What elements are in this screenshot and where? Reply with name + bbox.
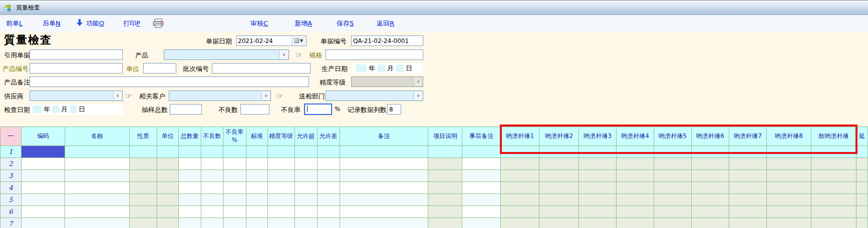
grid-cell[interactable] xyxy=(178,182,201,194)
grid-cell[interactable] xyxy=(856,170,867,182)
grid-cell[interactable] xyxy=(428,182,462,194)
grid-cell[interactable] xyxy=(129,194,157,206)
chevron-down-icon[interactable]: ∨ xyxy=(414,78,422,86)
grid-cell[interactable] xyxy=(21,206,65,218)
grid-cell[interactable] xyxy=(295,182,317,194)
grid-cell[interactable] xyxy=(157,170,178,182)
grid-cell[interactable] xyxy=(501,182,539,194)
prev-doc-button[interactable]: 前单L xyxy=(6,19,23,28)
grid-cell[interactable] xyxy=(579,170,617,182)
defect-rate-input[interactable] xyxy=(304,104,332,115)
grid-cell[interactable] xyxy=(201,182,223,194)
grid-cell[interactable] xyxy=(856,158,867,170)
row-number-cell[interactable]: 5 xyxy=(1,194,22,206)
product-note-input[interactable] xyxy=(30,76,309,87)
grid-cell[interactable] xyxy=(21,182,65,194)
grid-cell[interactable] xyxy=(579,158,617,170)
grid-cell[interactable] xyxy=(654,218,692,228)
grid-cell[interactable] xyxy=(246,170,267,182)
grid-cell[interactable] xyxy=(65,218,129,228)
grid-cell[interactable] xyxy=(223,158,246,170)
grid-cell[interactable] xyxy=(654,194,692,206)
unit-input[interactable] xyxy=(143,63,176,74)
grid-cell[interactable] xyxy=(692,194,729,206)
grid-cell[interactable] xyxy=(178,206,201,218)
product-no-input[interactable] xyxy=(30,63,123,74)
grid-cell[interactable] xyxy=(129,158,157,170)
grid-cell[interactable] xyxy=(157,206,178,218)
grid-cell[interactable] xyxy=(21,170,65,182)
chevron-down-icon[interactable]: ∨ xyxy=(279,50,288,59)
audit-button[interactable]: 审核C xyxy=(250,19,268,28)
grid-cell[interactable] xyxy=(654,158,692,170)
grid-cell[interactable] xyxy=(766,194,811,206)
grid-cell[interactable] xyxy=(617,158,654,170)
grid-cell[interactable] xyxy=(246,218,267,228)
grid-cell[interactable] xyxy=(856,218,867,228)
grid-cell[interactable] xyxy=(267,146,295,158)
calendar-dropdown-button[interactable]: ▼ xyxy=(292,36,306,45)
grid-cell[interactable] xyxy=(340,182,428,194)
row-number-cell[interactable]: 4 xyxy=(1,182,22,194)
grid-cell[interactable] xyxy=(539,194,579,206)
prod-year-input[interactable] xyxy=(356,64,367,72)
grid-cell[interactable] xyxy=(295,218,317,228)
grid-cell[interactable] xyxy=(129,218,157,228)
check-year-input[interactable] xyxy=(33,106,42,113)
grid-cell[interactable] xyxy=(856,194,867,206)
doc-date-field[interactable]: ▼ xyxy=(236,36,307,46)
grid-cell[interactable] xyxy=(579,218,617,228)
grid-cell[interactable] xyxy=(811,218,856,228)
grid-cell[interactable] xyxy=(317,158,340,170)
grid-cell[interactable] xyxy=(246,206,267,218)
grid-cell[interactable] xyxy=(201,194,223,206)
grid-cell[interactable] xyxy=(178,146,201,158)
grid-cell[interactable] xyxy=(811,182,856,194)
grid-cell[interactable] xyxy=(201,206,223,218)
grid-cell[interactable] xyxy=(246,194,267,206)
grid-cell[interactable] xyxy=(317,218,340,228)
grid-cell[interactable] xyxy=(428,194,462,206)
grid-cell[interactable] xyxy=(267,206,295,218)
product-combo[interactable]: ∨ xyxy=(164,50,289,60)
grid-cell[interactable] xyxy=(462,194,501,206)
grid-cell[interactable] xyxy=(21,158,65,170)
grid-cell[interactable] xyxy=(856,146,867,158)
dept-combo[interactable]: ∨ xyxy=(326,90,423,101)
product-picker-hand-icon[interactable]: ☞ xyxy=(296,50,302,60)
grid-cell[interactable] xyxy=(65,206,129,218)
grid-cell[interactable] xyxy=(201,170,223,182)
grid-cell[interactable] xyxy=(178,194,201,206)
grid-cell[interactable] xyxy=(129,170,157,182)
chevron-down-icon[interactable]: ∨ xyxy=(414,92,422,100)
grid-cell[interactable] xyxy=(157,218,178,228)
grid-cell[interactable] xyxy=(811,194,856,206)
grid-cell[interactable] xyxy=(223,170,246,182)
grid-cell[interactable] xyxy=(65,158,129,170)
grid-cell[interactable] xyxy=(157,194,178,206)
grid-cell[interactable] xyxy=(462,146,501,158)
record-cols-input[interactable] xyxy=(387,104,401,114)
grid-cell[interactable] xyxy=(317,170,340,182)
grid-cell[interactable] xyxy=(340,170,428,182)
grid-cell[interactable] xyxy=(340,218,428,228)
grid-cell[interactable] xyxy=(766,170,811,182)
grid-cell[interactable] xyxy=(317,194,340,206)
grid-cell[interactable] xyxy=(157,182,178,194)
grid-cell[interactable] xyxy=(65,194,129,206)
doc-date-input[interactable] xyxy=(238,36,291,45)
grid-cell[interactable] xyxy=(501,158,539,170)
grid-cell[interactable] xyxy=(223,206,246,218)
grid-cell[interactable] xyxy=(462,170,501,182)
grid-cell[interactable] xyxy=(617,218,654,228)
grid-cell[interactable] xyxy=(692,218,729,228)
grid-cell[interactable] xyxy=(501,218,539,228)
grid-cell[interactable] xyxy=(428,218,462,228)
grid-cell[interactable] xyxy=(729,182,767,194)
grid-cell[interactable] xyxy=(317,182,340,194)
grid-cell[interactable] xyxy=(539,158,579,170)
grid-cell[interactable] xyxy=(692,182,729,194)
grid-cell[interactable] xyxy=(617,194,654,206)
precision-combo[interactable]: ∨ xyxy=(351,76,423,87)
grid-cell[interactable] xyxy=(729,206,767,218)
